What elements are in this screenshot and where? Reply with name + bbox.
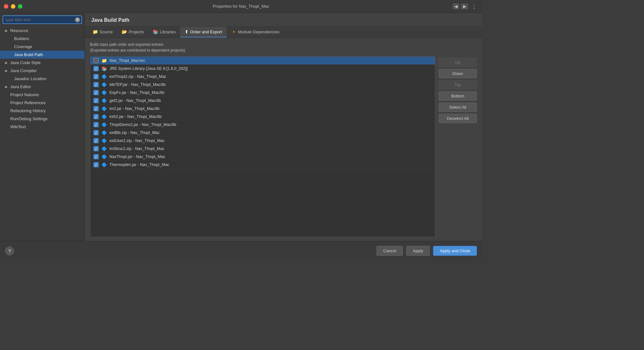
list-item[interactable]: 🔷ThoptDemo2.jar - Nav_Thopt_Mac/lib bbox=[90, 121, 435, 129]
tab-source[interactable]: 📁Source bbox=[88, 27, 117, 38]
bottom-left: ? bbox=[5, 246, 14, 255]
build-list-container[interactable]: 📁Nav_Thopt_Mac/src📚JRE System Library [J… bbox=[90, 56, 435, 237]
nav-forward-button[interactable]: ▶ bbox=[461, 4, 468, 9]
item-label: JRE System Library [Java SE 8 [1.8.0_202… bbox=[109, 66, 188, 71]
bottom-bar: ? Cancel Apply Apply and Close bbox=[0, 241, 482, 260]
sidebar-item-java-build-path[interactable]: Java Build Path bbox=[0, 51, 85, 59]
tab-projects[interactable]: 📂Projects bbox=[117, 27, 148, 38]
top-button[interactable]: Top bbox=[439, 80, 477, 89]
item-label: extUser2.zip - Nav_Thopt_Mac bbox=[109, 138, 165, 143]
tab-module-dependencies[interactable]: 🔸Module Dependencies bbox=[227, 27, 284, 38]
help-button[interactable]: ? bbox=[5, 246, 14, 255]
sidebar-item-label: Builders bbox=[14, 36, 29, 41]
checkbox-thermoptim[interactable] bbox=[93, 162, 99, 167]
checkbox-im2[interactable] bbox=[93, 106, 99, 111]
main-panel: Build class path order and exported entr… bbox=[85, 38, 482, 241]
sidebar-item-coverage[interactable]: Coverage bbox=[0, 43, 85, 51]
sidebar-item-java-code-style[interactable]: ▶Java Code Style bbox=[0, 59, 85, 67]
select-all-button[interactable]: Select All bbox=[439, 103, 477, 112]
apply-close-button[interactable]: Apply and Close bbox=[433, 246, 477, 256]
apply-button[interactable]: Apply bbox=[406, 246, 430, 256]
checkbox-thoptdemo2[interactable] bbox=[93, 122, 99, 127]
item-type-icon: 🔷 bbox=[101, 90, 107, 95]
item-label: Thermoptim.jar - Nav_Thopt_Mac bbox=[109, 162, 169, 167]
expand-arrow-icon: ▶ bbox=[5, 69, 9, 72]
menu-button[interactable]: ⋮ bbox=[470, 3, 478, 10]
list-item[interactable]: 🔷EspFx.jar - Nav_Thopt_Mac/lib bbox=[90, 89, 435, 97]
list-item[interactable]: 🔷extUser2.zip - Nav_Thopt_Mac bbox=[90, 137, 435, 145]
close-button[interactable] bbox=[4, 4, 8, 9]
tab-label: Libraries bbox=[160, 29, 176, 34]
item-type-icon: 🔷 bbox=[101, 130, 107, 135]
list-item[interactable]: 📁Nav_Thopt_Mac/src bbox=[90, 57, 435, 65]
sidebar-item-label: Project References bbox=[10, 100, 46, 105]
item-type-icon: 🔷 bbox=[101, 82, 107, 87]
item-label: NavThopt.jar - Nav_Thopt_Mac bbox=[109, 154, 165, 159]
list-item[interactable]: 🔷bibTEP.jar - Nav_Thopt_Mac/lib bbox=[90, 81, 435, 89]
expand-arrow-icon: ▶ bbox=[5, 29, 9, 32]
window-controls bbox=[4, 4, 22, 9]
checkbox-jre[interactable] bbox=[93, 66, 99, 71]
list-item[interactable]: 🔷extThopt2.zip - Nav_Thopt_Mac bbox=[90, 73, 435, 81]
checkbox-bibtep[interactable] bbox=[93, 82, 99, 87]
bottom-button[interactable]: Bottom bbox=[439, 91, 477, 101]
maximize-button[interactable] bbox=[18, 4, 22, 9]
down-button[interactable]: Down bbox=[439, 69, 477, 78]
tabs-bar: 📁Source📂Projects📚Libraries⬆Order and Exp… bbox=[85, 27, 482, 38]
sidebar-item-label: Java Editor bbox=[10, 84, 31, 89]
sidebar-search-wrap: ✕ bbox=[3, 15, 82, 24]
sidebar-item-label: Resource bbox=[10, 28, 28, 33]
list-item[interactable]: 🔷gef2.jar - Nav_Thopt_Mac/lib bbox=[90, 97, 435, 105]
sidebar-item-wikitext[interactable]: WikiText bbox=[0, 123, 85, 131]
checkbox-espfx[interactable] bbox=[93, 90, 99, 95]
sidebar-item-javadoc-location[interactable]: Javadoc Location bbox=[0, 75, 85, 83]
bottom-right: Cancel Apply Apply and Close bbox=[376, 246, 477, 256]
list-item[interactable]: 🔷extBib.zip - Nav_Thopt_Mac bbox=[90, 129, 435, 137]
sidebar-item-project-natures[interactable]: Project Natures bbox=[0, 91, 85, 99]
list-item[interactable]: 📚JRE System Library [Java SE 8 [1.8.0_20… bbox=[90, 65, 435, 73]
list-item[interactable]: 🔷inth2.jar - Nav_Thopt_Mac/lib bbox=[90, 113, 435, 121]
list-item[interactable]: 🔷im2.jar - Nav_Thopt_Mac/lib bbox=[90, 105, 435, 113]
sidebar-item-run-debug-settings[interactable]: Run/Debug Settings bbox=[0, 115, 85, 123]
sidebar-item-label: Run/Debug Settings bbox=[10, 116, 47, 121]
description-line2: (Exported entries are contributed to dep… bbox=[90, 47, 477, 53]
checkbox-inth2[interactable] bbox=[93, 114, 99, 119]
search-input[interactable] bbox=[3, 15, 82, 24]
list-item[interactable]: 🔷imStruc2.zip - Nav_Thopt_Mac bbox=[90, 145, 435, 153]
expand-arrow-icon: ▶ bbox=[5, 61, 9, 64]
sidebar-item-label: WikiText bbox=[10, 124, 26, 129]
up-button[interactable]: Up bbox=[439, 58, 477, 67]
tab-order-and-export[interactable]: ⬆Order and Export bbox=[180, 27, 227, 38]
checkbox-gef2[interactable] bbox=[93, 98, 99, 103]
checkbox-imstruc2[interactable] bbox=[93, 146, 99, 151]
cancel-button[interactable]: Cancel bbox=[376, 246, 403, 256]
sidebar-item-java-editor[interactable]: ▶Java Editor bbox=[0, 83, 85, 91]
item-label: inth2.jar - Nav_Thopt_Mac/lib bbox=[109, 114, 162, 119]
checkbox-extbib[interactable] bbox=[93, 130, 99, 135]
sidebar-item-label: Refactoring History bbox=[10, 108, 46, 113]
tab-libraries[interactable]: 📚Libraries bbox=[148, 27, 180, 38]
projects-icon: 📂 bbox=[122, 29, 127, 34]
item-label: imStruc2.zip - Nav_Thopt_Mac bbox=[109, 146, 165, 151]
nav-back-button[interactable]: ◀ bbox=[453, 4, 459, 9]
minimize-button[interactable] bbox=[11, 4, 15, 9]
sidebar-item-label: Javadoc Location bbox=[14, 76, 46, 81]
module-dependencies-icon: 🔸 bbox=[231, 29, 237, 34]
sidebar-item-resource[interactable]: ▶Resource bbox=[0, 27, 85, 35]
description-line1: Build class path order and exported entr… bbox=[90, 42, 477, 47]
tab-label: Projects bbox=[129, 29, 144, 34]
list-item[interactable]: 🔷Thermoptim.jar - Nav_Thopt_Mac bbox=[90, 161, 435, 169]
checkbox-extthopt2[interactable] bbox=[93, 74, 99, 79]
sidebar-item-builders[interactable]: Builders bbox=[0, 35, 85, 43]
item-type-icon: 🔷 bbox=[101, 98, 107, 103]
sidebar-item-project-references[interactable]: Project References bbox=[0, 99, 85, 107]
sidebar-item-refactoring-history[interactable]: Refactoring History bbox=[0, 107, 85, 115]
deselect-all-button[interactable]: Deselect All bbox=[439, 114, 477, 123]
search-clear-button[interactable]: ✕ bbox=[75, 17, 80, 22]
list-item[interactable]: 🔷NavThopt.jar - Nav_Thopt_Mac bbox=[90, 153, 435, 161]
checkbox-navthopt[interactable] bbox=[93, 154, 99, 159]
checkbox-src[interactable] bbox=[93, 58, 99, 63]
panel-body: 📁Nav_Thopt_Mac/src📚JRE System Library [J… bbox=[90, 56, 477, 237]
sidebar-item-java-compiler[interactable]: ▶Java Compiler bbox=[0, 67, 85, 75]
checkbox-extuser2[interactable] bbox=[93, 138, 99, 143]
